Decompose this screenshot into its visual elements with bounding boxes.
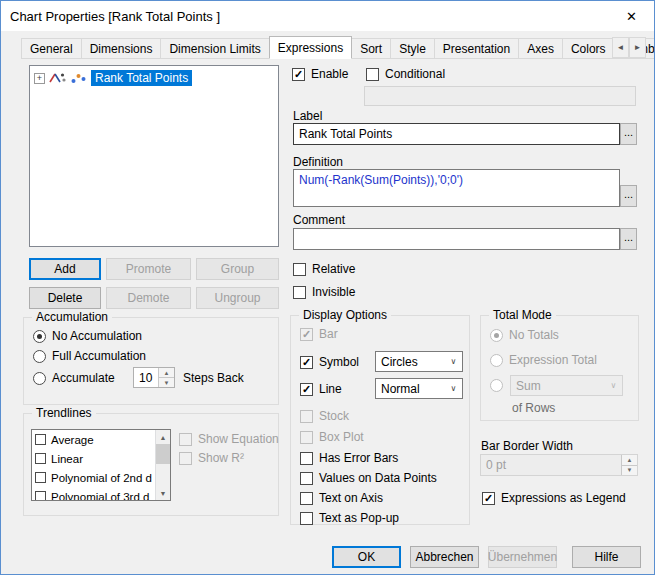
checkbox-checked-icon[interactable]: ✓ — [300, 383, 313, 396]
trendlines-scrollbar[interactable]: ▲ ▼ — [155, 430, 170, 500]
label-input[interactable]: Rank Total Points — [293, 123, 620, 145]
spinner-down-icon[interactable]: ▼ — [159, 378, 174, 387]
checkbox-icon[interactable] — [300, 512, 313, 525]
checkbox-icon[interactable] — [293, 286, 306, 299]
trendline-polynomial-2nd[interactable]: Polynomial of 2nd d — [32, 468, 170, 487]
bar-border-width-label: Bar Border Width — [481, 439, 573, 453]
stock-checkbox: Stock — [300, 409, 349, 423]
radio-no-accumulation[interactable]: No Accumulation — [33, 329, 142, 343]
checkbox-icon — [179, 433, 192, 446]
tab-axes[interactable]: Axes — [518, 38, 563, 59]
display-options-group-title: Display Options — [299, 308, 391, 322]
scroll-down-icon[interactable]: ▼ — [156, 486, 170, 500]
aggregate-select: Sum ∨ — [510, 375, 623, 396]
scrollbar-thumb[interactable] — [156, 444, 170, 464]
tab-style[interactable]: Style — [390, 38, 435, 59]
relative-checkbox[interactable]: Relative — [293, 262, 355, 276]
text-on-axis-checkbox[interactable]: Text on Axis — [300, 491, 383, 505]
radio-expression-total: Expression Total — [490, 353, 597, 367]
tab-strip: General Dimensions Dimension Limits Expr… — [21, 36, 655, 59]
comment-ellipsis-button[interactable]: ... — [620, 228, 637, 250]
tab-dimension-limits[interactable]: Dimension Limits — [160, 38, 269, 59]
values-on-data-points-checkbox[interactable]: Values on Data Points — [300, 471, 437, 485]
of-rows-label: of Rows — [512, 401, 555, 415]
tab-presentation[interactable]: Presentation — [434, 38, 519, 59]
checkbox-icon[interactable] — [300, 472, 313, 485]
help-button[interactable]: Hilfe — [572, 546, 641, 568]
comment-input[interactable] — [293, 228, 620, 250]
checkbox-checked-icon[interactable]: ✓ — [482, 492, 495, 505]
checkbox-icon[interactable] — [300, 452, 313, 465]
line-select[interactable]: Normal ∨ — [375, 378, 463, 399]
chevron-down-icon: ∨ — [605, 381, 622, 390]
cancel-button[interactable]: Abbrechen — [410, 546, 479, 568]
conditional-expression-field — [364, 86, 636, 106]
symbol-select[interactable]: Circles ∨ — [375, 351, 463, 372]
trendline-polynomial-3rd[interactable]: Polynomial of 3rd d — [32, 487, 170, 501]
tree-row[interactable]: + Rank Total Points — [34, 69, 274, 87]
add-button[interactable]: Add — [29, 258, 101, 280]
definition-input[interactable]: Num(-Rank(Sum(Points)),'0;0') — [293, 169, 620, 207]
expander-plus-icon[interactable]: + — [34, 73, 45, 84]
tab-dimensions[interactable]: Dimensions — [81, 38, 162, 59]
radio-full-accumulation[interactable]: Full Accumulation — [33, 349, 146, 363]
trendline-average[interactable]: Average — [32, 430, 170, 449]
checkbox-icon — [300, 431, 313, 444]
checkbox-icon[interactable] — [35, 472, 46, 483]
tab-sort[interactable]: Sort — [351, 38, 391, 59]
box-plot-checkbox: Box Plot — [300, 430, 364, 444]
spinner-up-icon: ▲ — [622, 455, 637, 466]
tab-expressions[interactable]: Expressions — [269, 36, 352, 59]
tab-scroll-right-icon[interactable]: ► — [629, 37, 646, 58]
has-error-bars-checkbox[interactable]: Has Error Bars — [300, 451, 398, 465]
invisible-checkbox[interactable]: Invisible — [293, 285, 355, 299]
demote-button: Demote — [106, 287, 191, 309]
radio-icon[interactable] — [33, 372, 46, 385]
expression-tree[interactable]: + Rank Total Points — [29, 65, 279, 247]
checkbox-icon[interactable] — [35, 453, 46, 464]
definition-ellipsis-button[interactable]: ... — [620, 185, 637, 207]
tree-item-rank-total-points[interactable]: Rank Total Points — [91, 70, 192, 86]
radio-icon[interactable] — [33, 330, 46, 343]
checkbox-checked-icon: ✓ — [300, 328, 313, 341]
comment-caption: Comment — [293, 213, 345, 227]
checkbox-icon[interactable] — [300, 492, 313, 505]
chevron-down-icon[interactable]: ∨ — [445, 384, 462, 393]
tab-general[interactable]: General — [21, 38, 82, 59]
close-icon[interactable]: ✕ — [609, 1, 654, 31]
symbol-checkbox[interactable]: ✓ Symbol — [300, 355, 359, 369]
checkbox-checked-icon[interactable]: ✓ — [292, 68, 305, 81]
spinner-down-icon: ▼ — [622, 466, 637, 476]
checkbox-icon[interactable] — [35, 434, 46, 445]
label-caption: Label — [293, 109, 322, 123]
checkbox-icon[interactable] — [293, 263, 306, 276]
scroll-up-icon[interactable]: ▲ — [156, 430, 170, 444]
accumulation-group-title: Accumulation — [32, 310, 112, 324]
checkbox-icon[interactable] — [35, 491, 46, 501]
apply-button: Übernehmen — [488, 546, 557, 568]
checkbox-icon[interactable] — [366, 68, 379, 81]
text-as-popup-checkbox[interactable]: Text as Pop-up — [300, 511, 399, 525]
chart-properties-dialog: Chart Properties [Rank Total Points ] ✕ … — [0, 0, 655, 575]
trendlines-listbox[interactable]: Average Linear Polynomial of 2nd d Polyn… — [31, 429, 171, 501]
radio-no-totals: No Totals — [490, 328, 559, 342]
tab-scroll-left-icon[interactable]: ◄ — [612, 37, 629, 58]
conditional-checkbox[interactable]: Conditional — [366, 67, 445, 81]
bar-border-width-stepper: 0 pt ▲ ▼ — [480, 454, 638, 476]
trendline-linear[interactable]: Linear — [32, 449, 170, 468]
radio-accumulate[interactable]: Accumulate — [33, 371, 115, 385]
ok-button[interactable]: OK — [332, 546, 401, 568]
radio-icon — [490, 329, 503, 342]
chevron-down-icon[interactable]: ∨ — [445, 357, 462, 366]
expressions-as-legend-checkbox[interactable]: ✓ Expressions as Legend — [482, 491, 626, 505]
label-ellipsis-button[interactable]: ... — [620, 123, 637, 145]
checkbox-checked-icon[interactable]: ✓ — [300, 356, 313, 369]
enable-checkbox[interactable]: ✓ Enable — [292, 67, 348, 81]
radio-icon[interactable] — [33, 350, 46, 363]
steps-back-stepper[interactable]: 10 ▲ ▼ — [133, 367, 175, 388]
line-checkbox[interactable]: ✓ Line — [300, 382, 342, 396]
tab-colors[interactable]: Colors — [562, 38, 615, 59]
delete-button[interactable]: Delete — [29, 287, 101, 309]
radio-icon — [490, 354, 503, 367]
spinner-up-icon[interactable]: ▲ — [159, 368, 174, 378]
